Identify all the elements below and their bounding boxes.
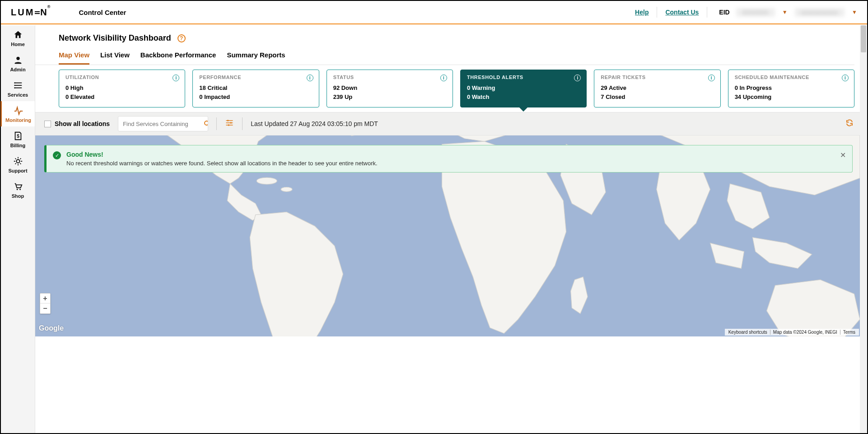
info-icon[interactable]: i [440,75,447,81]
divider [242,117,243,130]
brand-logo: LUMN® [11,7,52,18]
svg-rect-2 [14,85,22,86]
home-icon [13,30,23,40]
svg-point-6 [14,87,15,88]
sidebar-item-label: Shop [12,193,24,199]
map-attribution: Keyboard shortcuts Map data ©2024 Google… [725,329,859,336]
svg-rect-3 [14,88,22,89]
svg-rect-1 [14,83,22,84]
search-icon[interactable] [203,120,208,128]
tab-summary-reports[interactable]: Summary Reports [227,48,285,65]
scrollbar[interactable] [860,25,867,433]
card-line: 0 Watch [467,93,580,102]
admin-icon [13,55,23,65]
info-icon[interactable]: i [842,75,849,81]
divider [657,7,657,18]
svg-point-15 [228,125,229,126]
sidebar-item-label: Admin [10,67,25,72]
keyboard-shortcuts-link[interactable]: Keyboard shortcuts [726,330,770,335]
card-utilization[interactable]: i UTILIZATION 0 High 0 Elevated [59,70,185,107]
sidebar-item-admin[interactable]: Admin [1,51,35,76]
card-line: 0 High [65,84,178,93]
check-circle-icon: ✓ [53,151,61,159]
card-line: 239 Up [333,93,446,102]
world-map[interactable]: ✓ Good News! No recent threshold warning… [35,135,860,336]
card-line: 7 Closed [601,93,714,102]
monitoring-icon [14,106,23,116]
close-icon[interactable]: ✕ [840,151,846,159]
filter-icon[interactable] [225,118,234,129]
card-line: 34 Upcoming [735,93,848,102]
divider [216,117,217,130]
svg-point-11 [205,121,208,125]
sidebar-item-support[interactable]: Support [1,152,35,177]
sidebar-item-label: Home [11,42,25,47]
chevron-down-icon[interactable]: ▼ [779,9,791,15]
show-all-locations-label[interactable]: Show all locations [55,120,110,127]
svg-point-5 [14,85,15,86]
zoom-in-button[interactable]: + [40,294,50,303]
svg-point-14 [230,122,232,124]
card-title: UTILIZATION [65,75,178,80]
card-line: 0 Impacted [199,93,312,102]
card-line: 0 Elevated [65,93,178,102]
zoom-out-button[interactable]: − [40,303,50,313]
app-title: Control Center [79,9,126,16]
help-link[interactable]: Help [630,9,653,16]
help-icon[interactable]: ? [177,34,186,42]
divider [707,7,707,18]
card-status[interactable]: i STATUS 92 Down 239 Up [327,70,453,107]
alert-banner: ✓ Good News! No recent threshold warning… [44,145,853,173]
info-icon[interactable]: i [173,75,179,81]
support-icon [13,156,23,166]
card-threshold-alerts[interactable]: i THRESHOLD ALERTS 0 Warning 0 Watch [460,70,587,107]
svg-point-0 [16,57,19,60]
info-icon[interactable]: i [307,75,313,81]
sidebar-item-label: Services [8,92,28,98]
card-repair-tickets[interactable]: i REPAIR TICKETS 29 Active 7 Closed [594,70,720,107]
svg-point-4 [14,82,15,83]
toolbar: Show all locations Last Updated 27 Aug 2… [35,112,860,135]
sidebar-item-home[interactable]: Home [1,25,35,51]
svg-text:$: $ [17,134,19,139]
search-input[interactable] [118,121,203,127]
sidebar-item-label: Support [8,168,27,173]
chevron-down-icon[interactable]: ▼ [848,9,861,15]
sidebar-item-billing[interactable]: $ Billing [1,126,35,152]
card-line: 0 In Progress [735,84,848,93]
card-title: REPAIR TICKETS [601,75,714,80]
card-title: SCHEDULED MAINTENANCE [735,75,848,80]
sidebar-item-monitoring[interactable]: Monitoring [0,101,35,126]
app-header: LUMN® Control Center Help Contact Us EID… [1,1,867,24]
refresh-icon[interactable] [845,119,854,129]
svg-point-10 [19,189,21,190]
card-line: 18 Critical [199,84,312,93]
info-icon[interactable]: i [708,75,715,81]
terms-link[interactable]: Terms [840,330,858,335]
eid-label: EID [711,9,732,16]
tab-list-view[interactable]: List View [100,48,130,65]
card-scheduled-maintenance[interactable]: i SCHEDULED MAINTENANCE 0 In Progress 34… [728,70,854,107]
sidebar-item-services[interactable]: Services [1,76,35,101]
scrollbar-thumb[interactable] [861,25,866,52]
show-all-locations-checkbox[interactable] [44,121,51,127]
tab-map-view[interactable]: Map View [59,48,89,65]
sidebar-item-shop[interactable]: Shop [1,177,35,202]
google-logo: Google [39,324,64,332]
tabs: Map View List View Backbone Performance … [35,48,854,65]
card-line: 92 Down [333,84,446,93]
eid-value[interactable]: XXXXXX [736,8,775,17]
svg-point-9 [16,189,18,190]
info-icon[interactable]: i [574,75,581,81]
card-performance[interactable]: i PERFORMANCE 18 Critical 0 Impacted [192,70,319,107]
map-data-text: Map data ©2024 Google, INEGI [770,330,840,335]
svg-point-17 [257,177,277,184]
user-name[interactable]: xxxxxxxxxxx [795,8,845,17]
contact-link[interactable]: Contact Us [661,9,703,16]
tab-backbone-performance[interactable]: Backbone Performance [140,48,216,65]
alert-title: Good News! [66,151,834,158]
search-box [118,116,208,131]
card-title: THRESHOLD ALERTS [467,75,580,80]
map-zoom-control: + − [40,293,51,314]
card-title: STATUS [333,75,446,80]
